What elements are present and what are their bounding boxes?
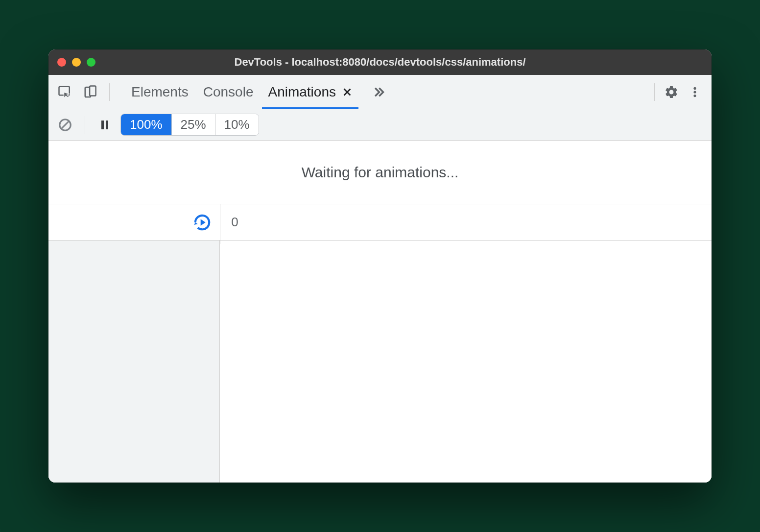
tab-label: Animations [268, 84, 336, 100]
settings-button[interactable] [661, 81, 682, 103]
speed-100-button[interactable]: 100% [121, 114, 172, 135]
panel-tabs: Elements Console Animations [131, 75, 389, 109]
window-minimize-button[interactable] [72, 58, 81, 67]
tab-animations[interactable]: Animations [268, 75, 353, 109]
window-close-button[interactable] [57, 58, 66, 67]
svg-point-5 [693, 94, 696, 97]
inspect-element-button[interactable] [54, 81, 76, 103]
more-tabs-button[interactable] [367, 81, 389, 103]
waiting-banner: Waiting for animations... [48, 141, 712, 204]
close-icon[interactable] [342, 87, 353, 97]
main-toolbar: Elements Console Animations [48, 75, 712, 109]
svg-rect-2 [90, 86, 96, 96]
playback-speed-group: 100% 25% 10% [120, 114, 259, 136]
tab-label: Console [203, 84, 254, 100]
toolbar-divider [109, 83, 110, 101]
timeline-header: 0 [48, 204, 712, 241]
timeline-start-marker: 0 [220, 204, 239, 240]
svg-rect-7 [101, 121, 104, 129]
animations-toolbar: 100% 25% 10% [48, 109, 712, 141]
pause-button[interactable] [94, 114, 116, 136]
device-toggle-button[interactable] [80, 81, 101, 103]
tab-console[interactable]: Console [203, 75, 254, 109]
timeline-pane[interactable] [220, 241, 712, 483]
more-options-button[interactable] [684, 81, 706, 103]
kebab-icon [689, 86, 701, 98]
speed-25-button[interactable]: 25% [172, 114, 215, 135]
svg-point-3 [693, 87, 696, 89]
window-maximize-button[interactable] [87, 58, 95, 67]
devtools-window: DevTools - localhost:8080/docs/devtools/… [48, 49, 712, 483]
toolbar-divider [654, 83, 655, 101]
gear-icon [664, 85, 679, 99]
animations-main-area [48, 241, 712, 483]
replay-icon [192, 213, 212, 232]
timeline-zero-label: 0 [231, 215, 238, 230]
pause-icon [99, 119, 111, 131]
tab-elements[interactable]: Elements [131, 75, 189, 109]
window-title: DevTools - localhost:8080/docs/devtools/… [235, 56, 526, 69]
waiting-text: Waiting for animations... [302, 164, 459, 181]
window-controls [57, 58, 95, 67]
speed-10-button[interactable]: 10% [215, 114, 259, 135]
svg-rect-8 [106, 121, 108, 129]
clear-button[interactable] [54, 114, 76, 136]
svg-point-4 [693, 91, 696, 93]
toolbar-divider [85, 116, 85, 134]
clear-icon [58, 118, 72, 132]
tab-label: Elements [131, 84, 189, 100]
titlebar: DevTools - localhost:8080/docs/devtools/… [48, 49, 712, 75]
replay-button[interactable] [192, 213, 212, 232]
animation-list-header [48, 204, 220, 240]
animation-name-column [48, 241, 220, 483]
